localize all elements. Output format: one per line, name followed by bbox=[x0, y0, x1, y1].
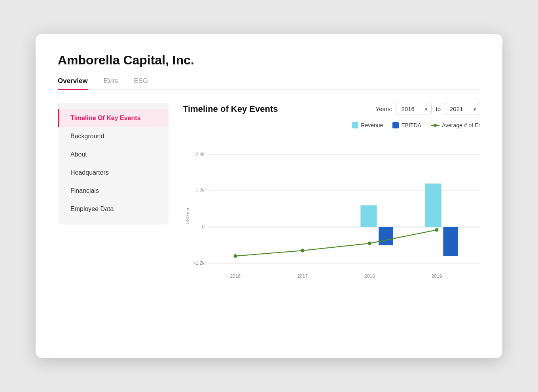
legend-ebitda-icon bbox=[392, 122, 399, 128]
bar-revenue-2019 bbox=[425, 183, 441, 227]
years-control: Years: 2016 2017 2018 2019 2020 2021 to bbox=[376, 103, 481, 115]
line-dot-2017 bbox=[301, 249, 304, 253]
year-from-select[interactable]: 2016 2017 2018 2019 2020 2021 bbox=[396, 103, 432, 115]
sidebar: Timeline Of Key Events Background About … bbox=[58, 103, 169, 224]
chart-area: USD mn 2.4k 1.2k 0 -1.2k 2016 bbox=[183, 133, 480, 299]
chart-svg: USD mn 2.4k 1.2k 0 -1.2k 2016 bbox=[183, 133, 480, 299]
sidebar-item-about[interactable]: About bbox=[58, 145, 169, 164]
legend-revenue: Revenue bbox=[352, 122, 383, 128]
legend-ebitda: EBITDA bbox=[392, 122, 421, 128]
bar-revenue-2018 bbox=[360, 205, 377, 227]
y-tick-neg1200: -1.2k bbox=[194, 260, 205, 266]
line-dot-2019 bbox=[435, 228, 438, 232]
legend-revenue-icon bbox=[352, 122, 358, 128]
main-content: Timeline of Key Events Years: 2016 2017 … bbox=[169, 103, 480, 299]
year-to-select[interactable]: 2016 2017 2018 2019 2020 2021 bbox=[445, 103, 480, 115]
y-tick-2400: 2.4k bbox=[196, 152, 205, 157]
content-area: Timeline Of Key Events Background About … bbox=[58, 103, 480, 299]
company-title: Amborella Capital, Inc. bbox=[58, 53, 480, 68]
x-tick-2017: 2017 bbox=[297, 273, 308, 279]
bar-ebitda-2018 bbox=[379, 227, 393, 245]
years-to-label: to bbox=[436, 106, 441, 112]
y-axis-label: USD mn bbox=[186, 208, 190, 224]
x-tick-2018: 2018 bbox=[364, 273, 375, 279]
sidebar-item-financials[interactable]: Financials bbox=[58, 182, 169, 200]
year-from-wrap: 2016 2017 2018 2019 2020 2021 bbox=[396, 103, 432, 115]
chart-title: Timeline of Key Events bbox=[183, 104, 278, 114]
tab-overview[interactable]: Overview bbox=[58, 77, 88, 90]
tab-esg[interactable]: ESG bbox=[134, 77, 148, 90]
years-label: Years: bbox=[376, 106, 392, 112]
legend-avg-employees-icon bbox=[431, 125, 439, 126]
x-tick-2019: 2019 bbox=[432, 273, 442, 279]
bar-ebitda-2019 bbox=[443, 227, 458, 256]
sidebar-item-headquarters[interactable]: Headquarters bbox=[58, 164, 169, 182]
chart-legend: Revenue EBITDA Average # of Er bbox=[183, 122, 480, 128]
x-tick-2016: 2016 bbox=[230, 273, 241, 279]
sidebar-item-timeline[interactable]: Timeline Of Key Events bbox=[58, 109, 169, 127]
y-tick-1200: 1.2k bbox=[196, 188, 205, 193]
tab-exits[interactable]: Exits bbox=[104, 77, 118, 90]
line-avg-employees bbox=[235, 230, 437, 256]
legend-avg-employees-label: Average # of Er bbox=[442, 122, 480, 128]
sidebar-item-employee-data[interactable]: Employee Data bbox=[58, 200, 169, 218]
legend-avg-employees: Average # of Er bbox=[431, 122, 480, 128]
main-card: Amborella Capital, Inc. Overview Exits E… bbox=[36, 34, 502, 358]
chart-header: Timeline of Key Events Years: 2016 2017 … bbox=[183, 103, 480, 115]
year-to-wrap: 2016 2017 2018 2019 2020 2021 bbox=[445, 103, 480, 115]
y-tick-0: 0 bbox=[202, 224, 205, 230]
sidebar-item-background[interactable]: Background bbox=[58, 127, 169, 145]
line-dot-2016 bbox=[233, 254, 237, 258]
tab-bar: Overview Exits ESG bbox=[58, 77, 480, 90]
legend-revenue-label: Revenue bbox=[361, 122, 383, 128]
line-dot-2018 bbox=[368, 241, 371, 245]
legend-ebitda-label: EBITDA bbox=[401, 122, 421, 128]
